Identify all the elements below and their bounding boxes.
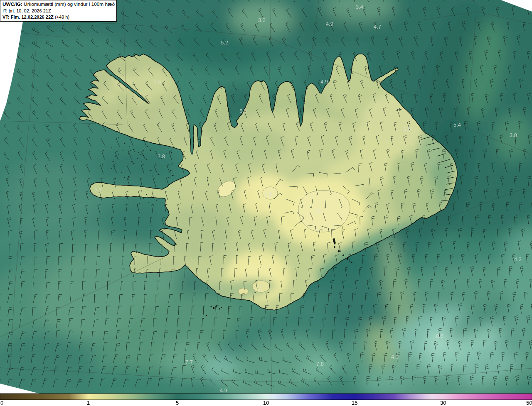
svg-text:15: 15 — [352, 400, 357, 406]
svg-text:5: 5 — [176, 400, 179, 406]
svg-text:3.2: 3.2 — [258, 17, 266, 23]
svg-text:4.9: 4.9 — [320, 78, 328, 85]
svg-text:4.9: 4.9 — [220, 387, 227, 394]
svg-text:1.0: 1.0 — [313, 208, 321, 214]
svg-text:2.5: 2.5 — [404, 126, 411, 132]
svg-text:4.9: 4.9 — [326, 21, 333, 27]
svg-text:7.7: 7.7 — [185, 359, 193, 365]
svg-text:4.3: 4.3 — [514, 256, 522, 262]
svg-text:5.4: 5.4 — [453, 122, 461, 128]
svg-text:7.8: 7.8 — [316, 361, 324, 367]
svg-text:1.1: 1.1 — [264, 191, 272, 197]
svg-text:2.9: 2.9 — [153, 79, 161, 86]
svg-text:50: 50 — [526, 400, 532, 406]
svg-text:2.8: 2.8 — [158, 153, 165, 159]
svg-text:4.7: 4.7 — [374, 24, 381, 30]
svg-text:3.8: 3.8 — [510, 132, 517, 138]
svg-text:5.2: 5.2 — [221, 39, 228, 46]
svg-text:4.0: 4.0 — [391, 354, 399, 360]
svg-text:8.6: 8.6 — [436, 333, 443, 339]
svg-text:2.7: 2.7 — [94, 187, 102, 193]
svg-text:3.4: 3.4 — [356, 4, 363, 10]
svg-text:1: 1 — [87, 400, 90, 406]
svg-text:0: 0 — [0, 400, 3, 406]
svg-text:1.2: 1.2 — [254, 286, 262, 292]
svg-text:10: 10 — [263, 400, 269, 406]
svg-text:5.3: 5.3 — [239, 108, 247, 114]
svg-text:30: 30 — [440, 400, 446, 406]
